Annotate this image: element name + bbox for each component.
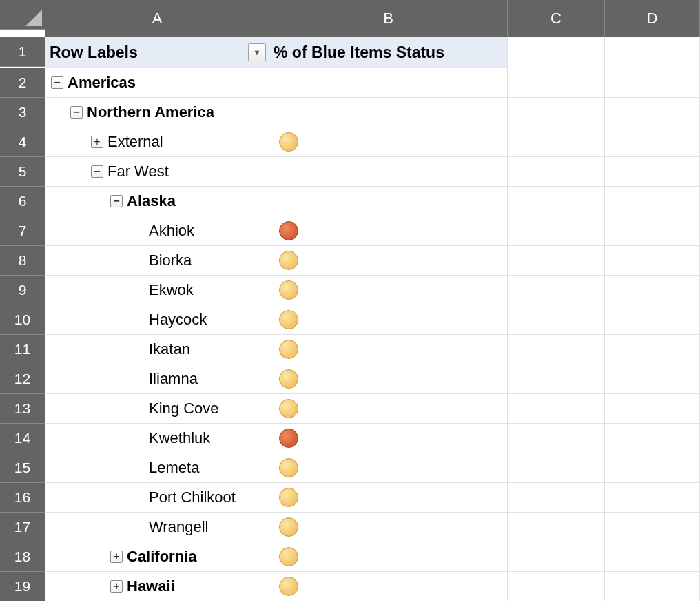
cell-d11[interactable] [605,335,700,364]
row-header-15[interactable]: 15 [0,453,45,483]
pivot-row-8[interactable]: Biorka [45,246,269,276]
row-header-5[interactable]: 5 [0,157,45,187]
pivot-row-13[interactable]: King Cove [45,394,269,424]
cell-d2[interactable] [605,68,700,98]
collapse-icon[interactable]: − [51,76,63,89]
row-labels-filter-button[interactable]: ▾ [248,43,266,61]
row-header-9[interactable]: 9 [0,276,45,305]
row-header-19[interactable]: 19 [0,572,45,601]
pivot-row-18[interactable]: +California [45,542,269,572]
pivot-header-pct-blue[interactable]: % of Blue Items Status [269,37,508,68]
status-cell-14[interactable] [269,424,508,453]
status-cell-4[interactable] [269,127,508,157]
row-header-6[interactable]: 6 [0,187,45,216]
select-all-corner[interactable] [0,0,45,30]
cell-d5[interactable] [605,157,700,187]
pivot-row-14[interactable]: Kwethluk [45,424,269,453]
pivot-row-19[interactable]: +Hawaii [45,572,269,601]
row-header-18[interactable]: 18 [0,542,45,572]
status-cell-15[interactable] [269,453,508,483]
cell-d15[interactable] [605,453,700,483]
cell-c18[interactable] [508,542,605,572]
row-header-8[interactable]: 8 [0,246,45,276]
cell-d19[interactable] [605,572,700,601]
cell-c2[interactable] [508,68,605,98]
row-header-13[interactable]: 13 [0,394,45,424]
cell-c14[interactable] [508,424,605,453]
status-cell-18[interactable] [269,542,508,572]
cell-c4[interactable] [508,127,605,157]
status-cell-10[interactable] [269,305,508,335]
status-cell-3[interactable] [269,98,508,127]
pivot-row-17[interactable]: Wrangell [45,513,269,542]
cell-c17[interactable] [508,513,605,542]
collapse-icon[interactable]: − [70,106,83,119]
cell-c7[interactable] [508,216,605,246]
row-header-11[interactable]: 11 [0,335,45,364]
cell-c11[interactable] [508,335,605,364]
status-cell-9[interactable] [269,276,508,305]
cell-c19[interactable] [508,572,605,601]
status-cell-8[interactable] [269,246,508,276]
row-header-17[interactable]: 17 [0,513,45,542]
row-header-12[interactable]: 12 [0,364,45,394]
pivot-row-6[interactable]: −Alaska [45,187,269,216]
cell-d6[interactable] [605,187,700,216]
cell-c12[interactable] [508,364,605,394]
row-header-1[interactable]: 1 [0,37,45,67]
cell-c6[interactable] [508,187,605,216]
cell-d4[interactable] [605,127,700,157]
status-cell-17[interactable] [269,513,508,542]
row-header-7[interactable]: 7 [0,216,45,246]
pivot-row-15[interactable]: Lemeta [45,453,269,483]
status-cell-13[interactable] [269,394,508,424]
row-header-10[interactable]: 10 [0,305,45,335]
collapse-icon[interactable]: − [91,165,103,178]
pivot-row-4[interactable]: +External [45,127,269,157]
cell-d17[interactable] [605,513,700,542]
cell-c16[interactable] [508,483,605,513]
cell-c9[interactable] [508,276,605,305]
pivot-row-2[interactable]: −Americas [45,68,269,98]
pivot-row-11[interactable]: Ikatan [45,335,269,364]
pivot-header-row-labels[interactable]: Row Labels▾ [45,37,269,68]
status-cell-16[interactable] [269,483,508,513]
column-header-a[interactable]: A [45,0,269,37]
expand-icon[interactable]: + [110,551,123,563]
cell-c15[interactable] [508,453,605,483]
cell-d3[interactable] [605,98,700,127]
cell-d16[interactable] [605,483,700,513]
expand-icon[interactable]: + [110,580,123,593]
cell-d12[interactable] [605,364,700,394]
status-cell-19[interactable] [269,572,508,601]
pivot-row-3[interactable]: −Northern America [45,98,269,127]
cell-d10[interactable] [605,305,700,335]
cell-c3[interactable] [508,98,605,127]
status-cell-7[interactable] [269,216,508,246]
cell-c13[interactable] [508,394,605,424]
pivot-row-5[interactable]: −Far West [45,157,269,187]
column-header-c[interactable]: C [508,0,605,37]
expand-icon[interactable]: + [91,136,103,148]
status-cell-12[interactable] [269,364,508,394]
row-header-14[interactable]: 14 [0,424,45,453]
status-cell-6[interactable] [269,187,508,216]
pivot-row-7[interactable]: Akhiok [45,216,269,246]
cell-d8[interactable] [605,246,700,276]
row-header-2[interactable]: 2 [0,68,45,98]
cell-d18[interactable] [605,542,700,572]
cell-c5[interactable] [508,157,605,187]
cell-c10[interactable] [508,305,605,335]
pivot-row-12[interactable]: Iliamna [45,364,269,394]
pivot-row-9[interactable]: Ekwok [45,276,269,305]
cell-d1[interactable] [605,37,700,68]
status-cell-5[interactable] [269,157,508,187]
status-cell-11[interactable] [269,335,508,364]
row-header-16[interactable]: 16 [0,483,45,513]
pivot-row-16[interactable]: Port Chilkoot [45,483,269,513]
pivot-row-10[interactable]: Haycock [45,305,269,335]
column-header-d[interactable]: D [605,0,700,37]
status-cell-2[interactable] [269,68,508,98]
cell-d14[interactable] [605,424,700,453]
row-header-4[interactable]: 4 [0,127,45,157]
